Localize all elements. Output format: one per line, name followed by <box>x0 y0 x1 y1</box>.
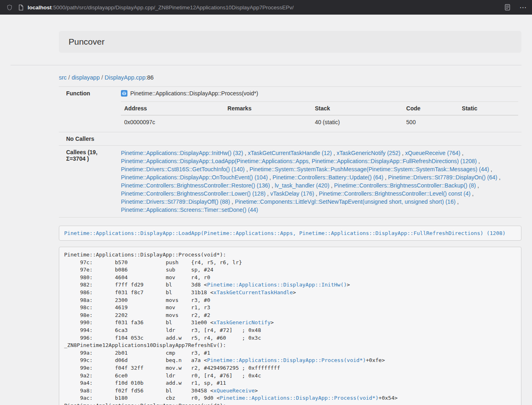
highlighted-symbol: Pinetime::Applications::DisplayApp::Load… <box>59 226 521 241</box>
callee-link[interactable]: Pinetime::Controllers::Battery::Update()… <box>273 174 383 181</box>
breadcrumb-separator: / <box>68 74 70 81</box>
callee-separator: , <box>477 158 480 164</box>
app-title: Puncover <box>69 37 105 46</box>
static-value <box>459 115 518 129</box>
column-header-code: Code <box>403 102 459 116</box>
column-header-remarks: Remarks <box>224 102 312 116</box>
callee-separator: , <box>498 174 501 181</box>
code-value: 500 <box>403 115 459 129</box>
callee-link[interactable]: vTaskDelay (176) <box>270 190 314 197</box>
callee-separator: , <box>245 166 250 172</box>
callee-separator: , <box>470 190 474 197</box>
asm-line: 98c: 4619 mov r1, r3 <box>64 304 516 312</box>
asm-line: 9a2: 6ce0 ldr r0, [r4, #76] ; 0x4c <box>64 372 516 380</box>
app-header: Puncover <box>59 31 521 53</box>
metrics-table: Address Remarks Stack Code Static 0x0000… <box>121 101 518 129</box>
callee-link[interactable]: Pinetime::Components::LittleVgl::SetNewT… <box>235 198 456 205</box>
callee-separator: , <box>383 174 388 181</box>
callee-link[interactable]: Pinetime::Controllers::BrightnessControl… <box>319 190 470 197</box>
asm-line: 982: f7ff fd29 bl 3d8 <Pinetime::Applica… <box>64 281 516 289</box>
reader-view-icon[interactable] <box>504 4 510 11</box>
callee-link[interactable]: xQueueReceive (764) <box>405 150 460 156</box>
callee-link[interactable]: Pinetime::Applications::DisplayApp::Load… <box>121 158 477 164</box>
asm-line: Pinetime::Applications::DisplayApp::Proc… <box>64 402 516 405</box>
callee-link[interactable]: xTaskGenericNotify (252) <box>336 150 400 156</box>
callee-link[interactable]: xTaskGetCurrentTaskHandle (12) <box>248 150 332 156</box>
url-bar[interactable]: localhost:5000/path/src/displayapp/Displ… <box>28 4 294 11</box>
callee-separator: , <box>265 190 270 197</box>
callee-separator: , <box>489 166 492 172</box>
callee-separator: , <box>268 174 273 181</box>
page-body: Puncover src/displayapp/DisplayApp.cpp:8… <box>0 31 532 405</box>
asm-line: 996: f104 053c add.w r5, r4, #60 ; 0x3c <box>64 334 516 342</box>
column-header-address: Address <box>121 102 224 116</box>
symbol-link[interactable]: xTaskGetCurrentTaskHandle <box>213 289 293 295</box>
function-name: Pinetime::Applications::DisplayApp::Proc… <box>130 90 258 97</box>
asm-line: 994: 6ca3 ldr r3, [r4, #72] ; 0x48 <box>64 327 516 334</box>
breadcrumb-line-number: 86 <box>147 74 154 81</box>
asm-line: 98e: 2202 movs r2, #2 <box>64 312 516 319</box>
remarks-value <box>224 115 312 129</box>
callee-link[interactable]: Pinetime::Drivers::Cst816S::GetTouchInfo… <box>121 166 245 172</box>
metrics-row: 0x0000097c 40 (static) 500 <box>121 115 518 129</box>
asm-line: 9a8: f02f fd56 bl 30458 <xQueueReceive> <box>64 387 516 395</box>
callee-link[interactable]: Pinetime::Controllers::BrightnessControl… <box>121 190 265 197</box>
callee-separator: , <box>401 150 405 156</box>
highlighted-symbol-link[interactable]: Pinetime::Applications::DisplayApp::Load… <box>64 230 506 236</box>
breadcrumb-link-file[interactable]: DisplayApp.cpp: <box>105 74 147 81</box>
callee-separator: , <box>332 150 337 156</box>
breadcrumb-link-src[interactable]: src <box>59 74 67 81</box>
callee-link[interactable]: Pinetime::Applications::Screens::Timer::… <box>121 207 258 213</box>
function-table: Function Pinetime::Applications::Display… <box>59 86 521 218</box>
url-host: localhost <box>28 4 52 11</box>
asm-line: Pinetime::Applications::DisplayApp::Proc… <box>64 251 516 259</box>
browser-toolbar: localhost:5000/path/src/displayapp/Displ… <box>0 0 532 15</box>
function-row: Function Pinetime::Applications::Display… <box>59 87 521 132</box>
function-icon <box>121 90 127 97</box>
symbol-link[interactable]: Pinetime::Applications::DisplayApp::Init… <box>207 282 347 288</box>
menu-icon[interactable]: ⋯ <box>519 4 526 11</box>
symbol-link[interactable]: xQueueReceive <box>213 388 255 394</box>
callee-separator: , <box>456 198 459 205</box>
callee-link[interactable]: lv_task_handler (420) <box>275 182 330 189</box>
page-icon <box>18 4 24 11</box>
asm-line: 99a: 2b01 cmp r3, #1 <box>64 349 516 357</box>
shield-icon[interactable] <box>6 4 13 11</box>
asm-line: 97c: b570 push {r4, r5, r6, lr} <box>64 259 516 267</box>
callee-link[interactable]: Pinetime::Drivers::St7789::DisplayOff() … <box>121 198 230 205</box>
asm-line: 980: 4604 mov r4, r0 <box>64 274 516 282</box>
asm-line: 99c: d06d beq.n a7a <Pinetime::Applicati… <box>64 357 516 364</box>
column-header-stack: Stack <box>312 102 403 116</box>
asm-line: 9ac: b180 cbz r0, 9d0 <Pinetime::Applica… <box>64 394 516 402</box>
divider <box>11 65 521 65</box>
asm-line: 98a: 2300 movs r3, #0 <box>64 297 516 304</box>
callee-link[interactable]: Pinetime::Applications::DisplayApp::OnTo… <box>121 174 268 181</box>
asm-line: _ZN8Pinetime12Applications10DisplayApp7R… <box>64 342 516 349</box>
symbol-link[interactable]: Pinetime::Applications::DisplayApp::Proc… <box>207 357 366 363</box>
asm-line: 986: f031 f8c7 bl 31b18 <xTaskGetCurrent… <box>64 289 516 297</box>
symbol-link[interactable]: xTaskGenericNotify <box>213 319 271 325</box>
callee-separator: , <box>314 190 319 197</box>
breadcrumb-separator: / <box>101 74 103 81</box>
address-value: 0x0000097c <box>121 115 224 129</box>
breadcrumb: src/displayapp/DisplayApp.cpp:86 <box>59 74 521 81</box>
disassembly: Pinetime::Applications::DisplayApp::Proc… <box>59 247 521 405</box>
no-callers-label: No Callers <box>59 132 118 146</box>
callee-separator: , <box>243 150 248 156</box>
no-callers-row: No Callers <box>59 132 521 146</box>
callee-link[interactable]: Pinetime::Drivers::St7789::DisplayOn() (… <box>388 174 497 181</box>
callees-list: Pinetime::Applications::DisplayApp::Init… <box>118 146 521 218</box>
callees-label: Callees (19, Σ=3704 ) <box>59 146 118 218</box>
stack-value: 40 (static) <box>312 115 403 129</box>
breadcrumb-link-displayapp[interactable]: displayapp <box>71 74 99 81</box>
callee-separator: , <box>476 182 479 189</box>
asm-line: 99e: f04f 32ff mov.w r2, #4294967295 ; 0… <box>64 364 516 372</box>
callee-link[interactable]: Pinetime::Controllers::BrightnessControl… <box>334 182 476 189</box>
symbol-link[interactable]: Pinetime::Applications::DisplayApp::Proc… <box>220 395 379 401</box>
callee-separator: , <box>330 182 334 189</box>
function-row-label: Function <box>59 87 118 132</box>
callee-link[interactable]: Pinetime::System::SystemTask::PushMessag… <box>250 166 489 172</box>
callee-separator: , <box>270 182 275 189</box>
callee-link[interactable]: Pinetime::Applications::DisplayApp::Init… <box>121 150 243 156</box>
callee-link[interactable]: Pinetime::Controllers::BrightnessControl… <box>121 182 270 189</box>
